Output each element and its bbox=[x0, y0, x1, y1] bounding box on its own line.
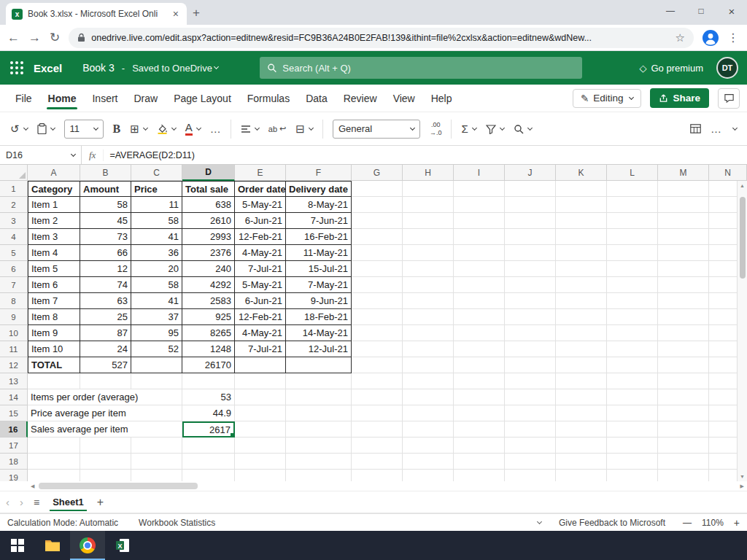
cell-J19[interactable] bbox=[505, 470, 556, 481]
statusbar-chevron-icon[interactable] bbox=[537, 518, 542, 524]
start-button[interactable] bbox=[0, 531, 35, 560]
more-font-options-button[interactable]: … bbox=[210, 122, 221, 135]
cell-K15[interactable] bbox=[556, 405, 607, 421]
cell-K2[interactable] bbox=[556, 197, 607, 213]
cell-H19[interactable] bbox=[403, 470, 454, 481]
cell-A8[interactable]: Item 7 bbox=[28, 293, 80, 309]
cell-J7[interactable] bbox=[505, 277, 556, 293]
bold-button[interactable]: B bbox=[113, 122, 121, 136]
cell-A12[interactable]: TOTAL bbox=[28, 357, 80, 373]
menu-item-draw[interactable]: Draw bbox=[125, 85, 166, 112]
cell-K11[interactable] bbox=[556, 341, 607, 357]
cell-M18[interactable] bbox=[658, 454, 709, 470]
cell-L11[interactable] bbox=[607, 341, 658, 357]
cell-B5[interactable]: 66 bbox=[80, 245, 131, 261]
cell-E16[interactable] bbox=[235, 421, 286, 438]
cell-I14[interactable] bbox=[454, 389, 505, 405]
document-name[interactable]: Book 3 bbox=[82, 62, 115, 74]
url-field[interactable]: onedrive.live.com/edit.aspx?action=editn… bbox=[69, 28, 694, 48]
col-header-K[interactable]: K bbox=[556, 165, 607, 181]
decrease-decimal-button[interactable]: .00→.0 bbox=[430, 121, 442, 136]
cell-M10[interactable] bbox=[658, 325, 709, 341]
cell-A1[interactable]: Category bbox=[28, 181, 80, 197]
cell-F7[interactable]: 7-May-21 bbox=[286, 277, 352, 293]
cell-F15[interactable] bbox=[286, 405, 352, 421]
cell-E4[interactable]: 12-Feb-21 bbox=[235, 229, 286, 245]
cell-C13[interactable] bbox=[131, 373, 182, 389]
menu-item-file[interactable]: File bbox=[7, 85, 40, 112]
row-header-12[interactable]: 12 bbox=[0, 357, 28, 373]
cell-M13[interactable] bbox=[658, 373, 709, 389]
horizontal-scrollbar[interactable]: ◀ ▶ bbox=[0, 481, 747, 491]
cell-M19[interactable] bbox=[658, 470, 709, 481]
menu-item-insert[interactable]: Insert bbox=[84, 85, 125, 112]
menu-item-page-layout[interactable]: Page Layout bbox=[166, 85, 239, 112]
cell-A6[interactable]: Item 5 bbox=[28, 261, 80, 277]
cell-J18[interactable] bbox=[505, 454, 556, 470]
cell-L3[interactable] bbox=[607, 213, 658, 229]
autosum-button[interactable]: Σ bbox=[461, 122, 476, 135]
cell-K5[interactable] bbox=[556, 245, 607, 261]
cell-M14[interactable] bbox=[658, 389, 709, 405]
cell-E7[interactable]: 5-May-21 bbox=[235, 277, 286, 293]
cell-L9[interactable] bbox=[607, 309, 658, 325]
browser-menu-icon[interactable]: ⋮ bbox=[727, 31, 740, 44]
cell-E19[interactable] bbox=[235, 470, 286, 481]
row-header-17[interactable]: 17 bbox=[0, 438, 28, 454]
sort-filter-button[interactable] bbox=[486, 124, 504, 134]
cell-H4[interactable] bbox=[403, 229, 454, 245]
cell-J5[interactable] bbox=[505, 245, 556, 261]
row-header-11[interactable]: 11 bbox=[0, 341, 28, 357]
cell-M4[interactable] bbox=[658, 229, 709, 245]
scroll-up-icon[interactable]: ▲ bbox=[740, 181, 745, 190]
browser-tab[interactable]: x Book 3.xlsx - Microsoft Excel Onli × bbox=[6, 3, 187, 25]
col-header-C[interactable]: C bbox=[131, 165, 182, 181]
cell-E5[interactable]: 4-May-21 bbox=[235, 245, 286, 261]
cell-K3[interactable] bbox=[556, 213, 607, 229]
cell-F14[interactable] bbox=[286, 389, 352, 405]
cell-H16[interactable] bbox=[403, 421, 454, 438]
forward-button[interactable]: → bbox=[28, 31, 41, 45]
cell-C17[interactable] bbox=[131, 438, 182, 454]
cell-A2[interactable]: Item 1 bbox=[28, 197, 80, 213]
row-header-16[interactable]: 16 bbox=[0, 421, 28, 438]
cell-M3[interactable] bbox=[658, 213, 709, 229]
profile-avatar-icon[interactable] bbox=[703, 30, 719, 46]
cell-C3[interactable]: 58 bbox=[131, 213, 182, 229]
cell-F8[interactable]: 9-Jun-21 bbox=[286, 293, 352, 309]
cell-J9[interactable] bbox=[505, 309, 556, 325]
cell-A18[interactable] bbox=[28, 454, 80, 470]
cell-L6[interactable] bbox=[607, 261, 658, 277]
cell-C5[interactable]: 36 bbox=[131, 245, 182, 261]
cell-I18[interactable] bbox=[454, 454, 505, 470]
row-header-19[interactable]: 19 bbox=[0, 470, 28, 481]
cell-C8[interactable]: 41 bbox=[131, 293, 182, 309]
cell-I8[interactable] bbox=[454, 293, 505, 309]
cell-J16[interactable] bbox=[505, 421, 556, 438]
cell-L19[interactable] bbox=[607, 470, 658, 481]
cell-H18[interactable] bbox=[403, 454, 454, 470]
cell-J12[interactable] bbox=[505, 357, 556, 373]
cell-M12[interactable] bbox=[658, 357, 709, 373]
col-header-L[interactable]: L bbox=[607, 165, 658, 181]
cell-M7[interactable] bbox=[658, 277, 709, 293]
sheet-tab-sheet1[interactable]: Sheet1 bbox=[50, 491, 87, 513]
cell-J17[interactable] bbox=[505, 438, 556, 454]
cell-C19[interactable] bbox=[131, 470, 182, 481]
app-launcher-icon[interactable] bbox=[0, 61, 34, 74]
account-avatar[interactable]: DT bbox=[716, 57, 738, 79]
cell-F11[interactable]: 12-Jul-21 bbox=[286, 341, 352, 357]
cell-K18[interactable] bbox=[556, 454, 607, 470]
col-header-M[interactable]: M bbox=[658, 165, 709, 181]
cell-G16[interactable] bbox=[352, 421, 403, 438]
wrap-text-button[interactable]: ab↩ bbox=[268, 124, 286, 133]
cell-E2[interactable]: 5-May-21 bbox=[235, 197, 286, 213]
cell-D5[interactable]: 2376 bbox=[182, 245, 235, 261]
more-commands-button[interactable]: … bbox=[711, 122, 721, 135]
cell-K10[interactable] bbox=[556, 325, 607, 341]
font-size-select[interactable]: 11 bbox=[64, 120, 104, 139]
cell-K6[interactable] bbox=[556, 261, 607, 277]
back-button[interactable]: ← bbox=[7, 31, 20, 45]
cell-A14[interactable]: Items per order (average) bbox=[28, 389, 182, 405]
cell-J6[interactable] bbox=[505, 261, 556, 277]
